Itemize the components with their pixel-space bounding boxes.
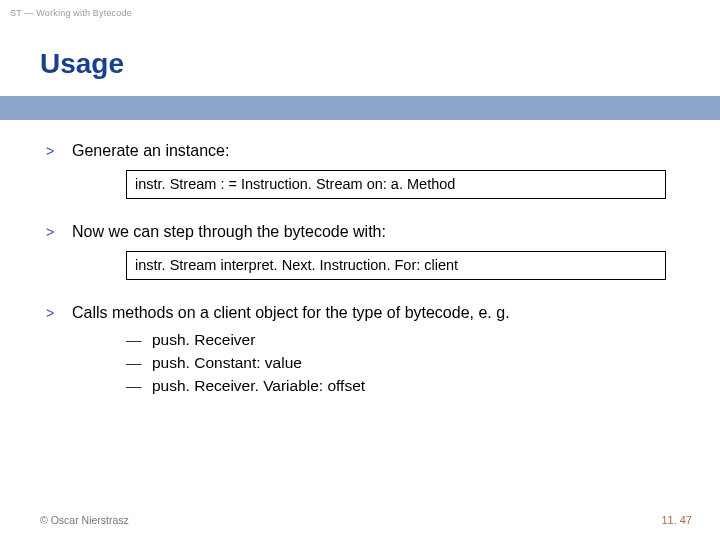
bullet-3: > Calls methods on a client object for t…: [46, 302, 680, 324]
dash-marker: —: [126, 376, 152, 397]
page-title: Usage: [40, 48, 124, 80]
breadcrumb: ST — Working with Bytecode: [10, 8, 132, 18]
bullet-marker: >: [46, 140, 72, 162]
bullet-marker: >: [46, 302, 72, 324]
bullet-text: Calls methods on a client object for the…: [72, 302, 680, 324]
sub-item: — push. Receiver: [126, 330, 680, 351]
bullet-text: Now we can step through the bytecode wit…: [72, 221, 680, 243]
title-band: [0, 96, 720, 120]
dash-marker: —: [126, 330, 152, 351]
code-box-2: instr. Stream interpret. Next. Instructi…: [126, 251, 666, 281]
content-area: > Generate an instance: instr. Stream : …: [46, 140, 680, 399]
sub-text: push. Constant: value: [152, 353, 302, 374]
sub-item: — push. Constant: value: [126, 353, 680, 374]
sub-text: push. Receiver. Variable: offset: [152, 376, 365, 397]
page-number: 11. 47: [661, 514, 692, 526]
code-box-1: instr. Stream : = Instruction. Stream on…: [126, 170, 666, 200]
sub-text: push. Receiver: [152, 330, 255, 351]
bullet-1: > Generate an instance:: [46, 140, 680, 162]
bullet-2: > Now we can step through the bytecode w…: [46, 221, 680, 243]
bullet-marker: >: [46, 221, 72, 243]
footer-copyright: © Oscar Nierstrasz: [40, 514, 129, 526]
dash-marker: —: [126, 353, 152, 374]
sub-list: — push. Receiver — push. Constant: value…: [126, 330, 680, 397]
bullet-text: Generate an instance:: [72, 140, 680, 162]
sub-item: — push. Receiver. Variable: offset: [126, 376, 680, 397]
